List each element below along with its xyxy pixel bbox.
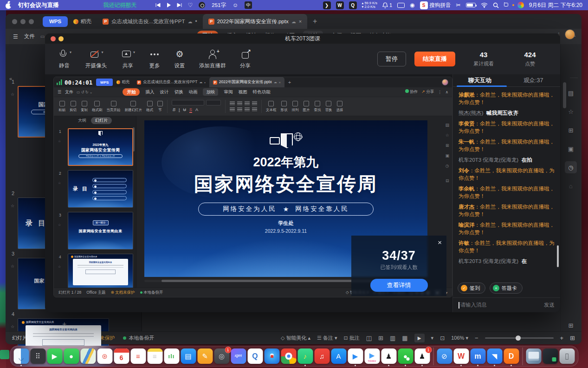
zoom-level[interactable]: 106% ▾ bbox=[451, 335, 468, 341]
ribbon-button[interactable]: 节 bbox=[157, 101, 163, 112]
slide-thumbnail-3[interactable]: 第一部分 国家网络安全宣传周由来 bbox=[68, 212, 133, 250]
previous-track-icon[interactable] bbox=[155, 3, 161, 7]
ribbon-button[interactable]: 新建幻灯片 bbox=[125, 101, 142, 112]
finder-icon[interactable]: ◡ bbox=[13, 348, 29, 364]
docer-tab[interactable]: 稻壳 bbox=[113, 79, 133, 85]
format-letter-button[interactable]: I bbox=[179, 107, 180, 113]
reading-view-icon[interactable]: ▥ bbox=[390, 335, 395, 342]
local-backup[interactable]: 本地备份开 bbox=[123, 335, 154, 342]
minimize-window-button[interactable] bbox=[58, 36, 64, 41]
live-toolbar-button[interactable]: ▾ 开摄像头 bbox=[85, 49, 107, 69]
wechat-icon[interactable]: ● bbox=[398, 348, 413, 364]
start-slideshow-button[interactable]: ▶ bbox=[414, 334, 425, 342]
document-tab-2-active[interactable]: P 2022年国家网络安全宣传.pptx ☁ × bbox=[203, 14, 307, 29]
q-app-icon[interactable]: Q bbox=[349, 1, 357, 9]
live-toolbar-button[interactable]: ⚙ 设置 bbox=[174, 49, 185, 69]
iqiyi-icon[interactable]: iQIYI bbox=[231, 348, 246, 364]
ribbon-button[interactable]: 剪切 bbox=[70, 101, 77, 112]
notes-icon[interactable]: ≡ bbox=[147, 348, 162, 364]
tab-audience[interactable]: 观众:37 bbox=[507, 74, 561, 86]
ribbon-tab[interactable]: 动画 bbox=[188, 89, 197, 95]
collab-button[interactable]: 协作 bbox=[405, 89, 418, 95]
ribbon-tab[interactable]: 开始 bbox=[123, 88, 140, 96]
comments-button[interactable]: ⊡ 批注 bbox=[344, 335, 360, 342]
maps-icon[interactable] bbox=[80, 348, 96, 364]
reminders-icon[interactable]: ≡ bbox=[130, 348, 146, 364]
outline-tab[interactable]: 大纲 bbox=[78, 118, 86, 124]
new-tab-button[interactable]: + bbox=[288, 79, 291, 85]
ribbon-tab[interactable]: 特色功能 bbox=[252, 89, 270, 95]
tim-icon[interactable]: ♟ 1 bbox=[414, 348, 430, 364]
new-tab-button[interactable]: + bbox=[313, 17, 317, 26]
keynote-icon[interactable]: ▤ bbox=[181, 348, 196, 364]
slide-thumbnail-1[interactable]: 2022年第九 国家网络安全宣传周 网络安全为人民 ★ 网络安全靠人民 bbox=[68, 128, 133, 166]
view-details-button[interactable]: 查看详情 bbox=[370, 279, 428, 292]
blocked-app-icon[interactable]: ⊘ bbox=[437, 348, 452, 364]
dock-separator[interactable] bbox=[522, 348, 523, 365]
image-edit-icon[interactable]: ▣ bbox=[565, 143, 577, 155]
ribbon-button[interactable]: 形状 bbox=[281, 101, 288, 112]
font-family-field[interactable] bbox=[172, 100, 204, 105]
file-menu[interactable]: 文件 bbox=[24, 33, 35, 40]
ribbon-button[interactable]: 图片 bbox=[303, 101, 310, 112]
effects-icon[interactable]: ☆ bbox=[565, 105, 577, 118]
apple-menu-icon[interactable] bbox=[6, 2, 12, 9]
grid-icon[interactable]: ⊞ bbox=[570, 335, 575, 342]
ribbon-tab[interactable]: 设计 bbox=[160, 89, 168, 95]
inner-right-sidebar-icons[interactable]: ▤☆⊞▣◷⊟ bbox=[445, 123, 449, 183]
font-size-field[interactable] bbox=[206, 100, 221, 105]
color-profile-icon[interactable] bbox=[517, 2, 524, 8]
collapse-ribbon-icon[interactable]: ∧ bbox=[446, 90, 448, 94]
chat-scrollbar[interactable] bbox=[557, 245, 559, 267]
close-window-button[interactable] bbox=[12, 19, 17, 24]
chevron-down-icon[interactable]: ▾ bbox=[70, 50, 71, 54]
smiley-icon[interactable]: ☺ bbox=[233, 2, 238, 8]
wps-home-button[interactable]: WPS bbox=[43, 16, 68, 27]
launchpad-icon[interactable]: ⠿ bbox=[30, 348, 45, 364]
close-icon[interactable]: × bbox=[438, 238, 442, 246]
calendar-icon[interactable]: 6 bbox=[114, 348, 129, 364]
tencent-video-icon[interactable]: ▶ bbox=[348, 348, 363, 364]
scissors-icon[interactable]: ✂ bbox=[456, 2, 461, 8]
ribbon-button[interactable]: 格式刷 bbox=[92, 101, 103, 112]
d-video-icon[interactable]: D bbox=[504, 348, 519, 364]
messages-icon[interactable]: ● bbox=[64, 348, 79, 364]
close-tab-icon[interactable]: × bbox=[279, 81, 281, 84]
photos-icon[interactable]: ⊛ bbox=[97, 348, 112, 364]
format-letter-button[interactable]: U bbox=[183, 107, 187, 113]
dingtalk-icon[interactable]: ◥ bbox=[487, 348, 502, 364]
normal-view-icon[interactable]: ◫ bbox=[366, 335, 372, 342]
netease-music-icon[interactable]: ♫ bbox=[314, 348, 330, 364]
ribbon-button[interactable]: 排列 bbox=[292, 101, 299, 112]
wps-home-button[interactable]: WPS bbox=[96, 79, 113, 86]
ribbon-button[interactable]: 复制 bbox=[81, 101, 88, 112]
slide-thumbnail-4[interactable]: 国家网络安全宣传周由来 国家网络安全宣传周由来 bbox=[68, 254, 133, 291]
paragraph-align-cluster[interactable] bbox=[230, 101, 257, 112]
display-icon[interactable] bbox=[397, 3, 405, 8]
history-icon[interactable]: ◷ bbox=[565, 161, 577, 173]
qq-browser-icon[interactable]: Q bbox=[247, 348, 263, 364]
slideshow-settings-icon[interactable]: ▦ bbox=[402, 335, 407, 342]
chat-input[interactable]: 请输入消息 bbox=[460, 302, 544, 309]
live-toolbar-button[interactable]: 分享 bbox=[240, 49, 251, 69]
file-menu[interactable]: 文件 bbox=[65, 89, 73, 95]
ribbon-tab[interactable]: 切换 bbox=[174, 89, 183, 95]
hamburger-menu-icon[interactable]: ☰ bbox=[58, 90, 62, 94]
slide-sorter-icon[interactable]: ⊞ bbox=[378, 335, 383, 342]
document-tab-1[interactable]: P众志成城抗击疫...党政宣传PPT ☁• bbox=[133, 77, 209, 87]
zoom-in-button[interactable]: + bbox=[560, 335, 564, 342]
zoom-slider-thumb[interactable] bbox=[516, 335, 521, 341]
dock-separator[interactable] bbox=[433, 348, 433, 365]
pause-live-button[interactable]: 暂停 bbox=[377, 52, 406, 66]
chevron-down-icon[interactable]: ▾ bbox=[133, 50, 135, 54]
slides-tab-active[interactable]: 幻灯片 bbox=[91, 117, 112, 124]
more-options-icon[interactable]: ⋮ bbox=[438, 90, 442, 94]
format-letter-button[interactable]: S bbox=[189, 107, 192, 113]
next-track-icon[interactable] bbox=[177, 3, 182, 7]
minimize-window-button[interactable] bbox=[20, 19, 26, 24]
slide-thumbnail-2[interactable]: 录 目 bbox=[68, 170, 133, 208]
ribbon-tab[interactable]: 视图 bbox=[238, 89, 247, 95]
live-toolbar-button[interactable]: ▾ 静音 bbox=[57, 49, 71, 69]
live-toolbar-button[interactable]: + 添加直播群 bbox=[199, 49, 226, 69]
format-letter-button[interactable]: A bbox=[195, 107, 198, 113]
